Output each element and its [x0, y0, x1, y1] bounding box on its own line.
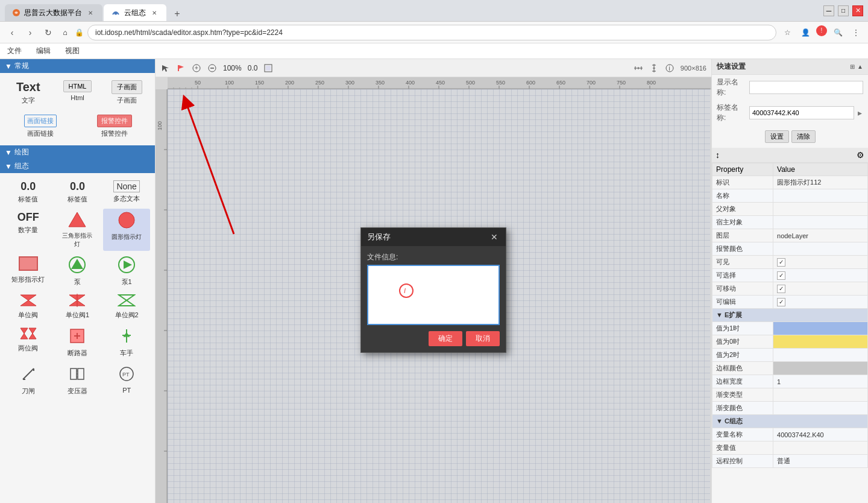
tab-sipu-close[interactable]: ✕ — [86, 8, 95, 17]
prop-row-baojingyanse: 报警颜色 — [712, 242, 868, 256]
svg-text:PT: PT — [122, 372, 130, 378]
comp-transformer[interactable]: 变压器 — [54, 362, 101, 398]
account-icon[interactable]: 👤 — [798, 25, 813, 40]
comp-subscreen-label: 子画面 — [117, 96, 137, 105]
prop-name-bianliangzhi: 变量值 — [712, 441, 773, 455]
comp-single-valve-label: 单位阀 — [18, 311, 38, 320]
section-huitu[interactable]: ▼ 绘图 — [0, 145, 155, 159]
toolbar-minus[interactable] — [205, 61, 219, 75]
comp-single-valve-icon — [19, 294, 37, 309]
dialog-overlay: 另保存 ✕ 文件信息: I — [156, 77, 711, 503]
prop-name-jianleixing: 渐变类型 — [712, 388, 773, 402]
menu-edit[interactable]: 编辑 — [34, 45, 53, 57]
offset-display: 0.0 — [245, 64, 260, 72]
comp-label-val2[interactable]: 0.0 标签值 — [54, 178, 101, 206]
comp-crane-hand-label: 车手 — [120, 349, 133, 358]
prop-row-keyidong: 可移动 ✓ — [712, 282, 868, 296]
dialog-buttons: 确定 取消 — [367, 331, 500, 346]
svg-point-1 — [115, 12, 118, 15]
comp-knife[interactable]: 刀闸 — [5, 362, 52, 398]
svg-marker-38 — [179, 65, 184, 69]
prop-name-val0: 值为0时 — [712, 335, 773, 349]
comp-label-val[interactable]: 0.0 标签值 — [5, 178, 52, 206]
new-tab-button[interactable]: + — [170, 7, 184, 21]
tag-name-input[interactable] — [749, 106, 854, 119]
window-close[interactable]: ✕ — [852, 5, 863, 16]
section-huitu-label: 绘图 — [14, 147, 29, 157]
more-icon[interactable]: ⋮ — [849, 25, 863, 40]
back-button[interactable]: ‹ — [5, 25, 19, 40]
comp-crane-hand[interactable]: 车手 — [103, 324, 150, 360]
home-button[interactable]: ⌂ — [59, 27, 71, 39]
prop-check-keyidong[interactable]: ✓ — [777, 285, 785, 293]
tag-name-expand-icon[interactable]: ▸ — [857, 108, 863, 118]
dialog-cancel-button[interactable]: 取消 — [466, 331, 500, 346]
toolbar-ruler-h[interactable] — [631, 61, 646, 75]
prop-check-kebianji[interactable]: ✓ — [777, 298, 785, 306]
comp-text[interactable]: Text 文字 — [5, 78, 52, 107]
prop-section-ekuozhan-header: ▼ E扩展 — [712, 309, 868, 322]
prop-name-suzhuduixiang: 宿主对象 — [712, 216, 773, 229]
search-icon[interactable]: 🔍 — [831, 25, 845, 40]
prop-value-kexuanze: ✓ — [773, 269, 868, 282]
bookmark-icon[interactable]: ☆ — [780, 25, 794, 40]
svg-line-26 — [23, 369, 34, 379]
comp-single-valve2[interactable]: 单位阀2 — [103, 291, 150, 322]
comp-multi-text[interactable]: None 多态文本 — [103, 178, 150, 206]
comp-rect-light[interactable]: 矩形指示灯 — [5, 253, 52, 289]
forward-button[interactable]: › — [23, 25, 37, 40]
prop-row-mingcheng: 名称 — [712, 189, 868, 203]
settings-clear-button[interactable]: 清除 — [791, 130, 816, 143]
comp-pump1[interactable]: 泵1 — [103, 253, 150, 289]
prop-row-biankuangkuandu: 边框宽度 1 — [712, 375, 868, 388]
dialog-close-button[interactable]: ✕ — [489, 232, 500, 242]
menu-file[interactable]: 文件 — [5, 45, 24, 57]
prop-name-kexuanze: 可选择 — [712, 269, 773, 282]
toolbar-fit[interactable] — [261, 61, 275, 75]
toolbar-ruler-v[interactable] — [647, 61, 661, 75]
toolbar-add[interactable]: + — [189, 61, 204, 75]
address-input[interactable] — [87, 25, 776, 40]
toolbar-flag[interactable] — [174, 61, 188, 75]
comp-html[interactable]: HTML Html — [54, 78, 101, 107]
dialog-confirm-button[interactable]: 确定 — [429, 331, 462, 346]
reload-button[interactable]: ↻ — [41, 25, 55, 40]
prop-value-jianyanse — [773, 402, 868, 415]
tab-yunzutai[interactable]: 云组态 ✕ — [104, 4, 166, 21]
tab-sipu[interactable]: 思普云大数据平台 ✕ — [5, 4, 102, 21]
comp-single-valve1[interactable]: 单位阀1 — [54, 291, 101, 322]
comp-pump[interactable]: 泵 — [54, 253, 101, 289]
comp-pump1-label: 泵1 — [122, 277, 132, 286]
prop-value-biankuangyanse — [773, 362, 868, 375]
display-name-input[interactable] — [749, 81, 863, 94]
comp-single-valve[interactable]: 单位阀 — [5, 291, 52, 322]
comp-crane-hand-icon — [118, 327, 136, 347]
comp-circle-light[interactable]: 圆形指示灯 — [103, 209, 150, 251]
comp-label-val-label: 标签值 — [18, 195, 38, 204]
prop-check-kejian[interactable]: ✓ — [777, 258, 785, 267]
prop-row-yuankongzhi: 远程控制 普通 — [712, 455, 868, 468]
comp-knife-label: 刀闸 — [22, 387, 35, 396]
comp-triangle-light[interactable]: 三角形指示灯 — [54, 209, 101, 251]
window-minimize[interactable]: ─ — [823, 5, 834, 16]
section-changgui[interactable]: ▼ 常规 — [0, 59, 155, 73]
tab-yunzutai-close[interactable]: ✕ — [149, 8, 159, 17]
prop-check-kexuanze[interactable]: ✓ — [777, 271, 785, 280]
comp-subscreen[interactable]: 子画面 子画面 — [103, 78, 150, 107]
dialog-textarea[interactable] — [367, 265, 500, 325]
toolbar-select[interactable] — [158, 61, 172, 75]
comp-two-valve[interactable]: 两位阀 — [5, 324, 52, 360]
menu-view[interactable]: 视图 — [63, 45, 82, 57]
comp-page-link[interactable]: 画面链接 画面链接 — [5, 112, 77, 141]
comp-single-valve2-label: 单位阀2 — [115, 311, 139, 320]
toolbar-info[interactable]: i — [662, 61, 677, 75]
settings-set-button[interactable]: 设置 — [765, 130, 789, 143]
property-panel: ↕ ⚙ Property Value 标识 圆形指示灯112 名称 — [712, 148, 868, 503]
comp-digit[interactable]: OFF 数字量 — [5, 209, 52, 251]
section-zutai[interactable]: ▼ 组态 — [0, 159, 155, 173]
extension-icon[interactable]: ! — [816, 25, 827, 36]
comp-alarm-ctrl[interactable]: 报警控件 报警控件 — [79, 112, 151, 141]
comp-breaker[interactable]: 断路器 — [54, 324, 101, 360]
window-restore[interactable]: □ — [838, 5, 849, 16]
comp-pt[interactable]: PT PT — [103, 362, 150, 398]
